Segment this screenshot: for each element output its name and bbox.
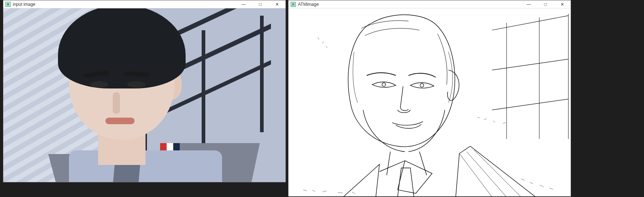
opencv-window-icon <box>5 2 11 7</box>
window-title: ATMimage <box>298 2 520 7</box>
window-controls: — □ ✕ <box>520 0 571 8</box>
image-viewport <box>3 8 286 182</box>
edge-map-portrait <box>288 8 571 196</box>
close-icon: ✕ <box>560 2 564 7</box>
window-controls: — □ ✕ <box>235 0 286 8</box>
svg-point-4 <box>382 83 386 86</box>
close-icon: ✕ <box>275 2 279 7</box>
window-title: input image <box>13 2 235 7</box>
close-button[interactable]: ✕ <box>554 0 571 8</box>
minimize-button[interactable]: — <box>520 0 537 8</box>
maximize-icon: □ <box>259 2 261 7</box>
maximize-icon: □ <box>544 2 547 7</box>
window-input-image: input image — □ ✕ <box>3 0 286 182</box>
minimize-icon: — <box>527 2 531 7</box>
svg-rect-1 <box>7 3 9 5</box>
maximize-button[interactable]: □ <box>252 0 269 8</box>
close-button[interactable]: ✕ <box>269 0 286 8</box>
svg-rect-3 <box>292 3 295 5</box>
opencv-window-icon <box>291 2 296 7</box>
image-viewport <box>288 8 571 196</box>
titlebar[interactable]: input image — □ ✕ <box>3 0 286 8</box>
minimize-icon: — <box>241 2 246 7</box>
minimize-button[interactable]: — <box>235 0 252 8</box>
svg-point-5 <box>420 83 424 87</box>
window-atm-image: ATMimage — □ ✕ <box>288 0 571 197</box>
titlebar[interactable]: ATMimage — □ ✕ <box>288 0 571 8</box>
maximize-button[interactable]: □ <box>537 0 554 8</box>
photo-portrait <box>3 8 286 182</box>
